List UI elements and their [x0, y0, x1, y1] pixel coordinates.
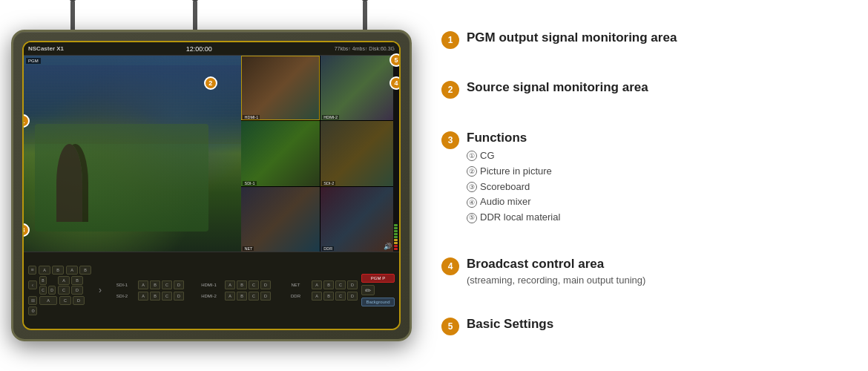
- background-button[interactable]: Background: [361, 298, 395, 306]
- matrix-btns-hdmi2: A B C D: [225, 292, 271, 301]
- meter-bar-green4: [394, 227, 398, 229]
- sdi1-a[interactable]: A: [138, 280, 148, 289]
- btn-a4[interactable]: A: [39, 296, 57, 305]
- sub-item-audio: ④Audio mixer: [467, 194, 857, 210]
- time-display: 12:00:00: [186, 45, 212, 53]
- sdi1-c[interactable]: C: [162, 280, 172, 289]
- ddr-b[interactable]: B: [323, 292, 334, 301]
- ab-buttons: A B: [39, 266, 64, 275]
- hdmi2-b[interactable]: B: [237, 292, 247, 301]
- btn-a3[interactable]: A: [58, 276, 70, 285]
- bot-row-btns: A: [39, 296, 57, 305]
- sub-num-5: ⑤: [467, 213, 477, 223]
- btn-c3[interactable]: C: [59, 296, 71, 305]
- matrix-btns-ddr: A B C D: [312, 292, 358, 301]
- matrix-label-ddr: DDR: [283, 294, 309, 298]
- info-text-2: Source signal monitoring area: [467, 79, 857, 96]
- source-cell-ddr[interactable]: DDR: [320, 187, 399, 252]
- screen: NSCaster X1 12:00:00 77kbs↑ 4mbs↑ Disk:6…: [24, 42, 399, 252]
- info-text-3: Functions ①CG ②Picture in picture ③Score…: [467, 130, 857, 226]
- source-cell-sdi2[interactable]: SDI-2: [320, 121, 399, 186]
- matrix-btns-sdi1: A B C D: [138, 280, 184, 289]
- btn-c2[interactable]: C: [58, 286, 70, 295]
- info-text-5: Basic Settings: [467, 316, 857, 332]
- info-item-1: 1 PGM output signal monitoring area: [441, 30, 857, 49]
- sdi2-a[interactable]: A: [138, 292, 148, 301]
- btn-a1[interactable]: A: [39, 266, 50, 275]
- source-row-1: HDMI-1 HDMI-2: [241, 56, 399, 120]
- info-title-5: Basic Settings: [467, 316, 857, 332]
- btn-d2[interactable]: D: [71, 286, 83, 295]
- meter-bar-yellow1: [394, 242, 398, 244]
- edit-button[interactable]: ✏: [361, 285, 375, 295]
- btn-a2[interactable]: A: [66, 266, 78, 275]
- pgm-p-button[interactable]: PGM P: [361, 274, 395, 283]
- net-a[interactable]: A: [312, 280, 322, 289]
- hdmi2-c[interactable]: C: [249, 292, 259, 301]
- info-item-3: 3 Functions ①CG ②Picture in picture ③Sco…: [441, 130, 857, 226]
- menu-icon[interactable]: ≡: [28, 266, 36, 275]
- btn-d3[interactable]: D: [73, 296, 85, 305]
- side-buttons: PGM P ✏ Background: [361, 274, 395, 306]
- source-row-3: NET DDR: [241, 187, 399, 252]
- meter-bar-green1: [394, 236, 398, 238]
- btn-b3[interactable]: B: [39, 276, 47, 285]
- btn-d1[interactable]: D: [48, 286, 56, 295]
- left-mid-row: ‹ B C D: [28, 276, 91, 295]
- source-cell-sdi1[interactable]: SDI-1: [241, 121, 320, 186]
- source-cell-hdmi2[interactable]: HDMI-2: [320, 56, 399, 120]
- ab-row1: A B: [39, 266, 64, 275]
- info-item-5: 5 Basic Settings: [441, 316, 857, 335]
- sdi2-c[interactable]: C: [162, 292, 172, 301]
- brand-text: NSCaster X1: [28, 45, 64, 52]
- status-text: 77kbs↑ 4mbs↑ Disk:60.3G: [335, 46, 395, 51]
- badge-5: 5: [389, 53, 401, 67]
- device: 1 2 3 4 5 NSCaster X1 12:00:00 77kbs↑ 4m…: [11, 30, 412, 341]
- sdi2-b[interactable]: B: [150, 292, 160, 301]
- info-badge-2: 2: [441, 81, 459, 99]
- hdmi2-a[interactable]: A: [225, 292, 235, 301]
- ddr-d[interactable]: D: [347, 292, 358, 301]
- net-c[interactable]: C: [335, 280, 346, 289]
- ab-buttons2: A B: [66, 266, 91, 275]
- net-b[interactable]: B: [323, 280, 334, 289]
- ddr-a[interactable]: A: [312, 292, 322, 301]
- hdmi1-a[interactable]: A: [225, 280, 235, 289]
- hdmi1-c[interactable]: C: [249, 280, 259, 289]
- info-sub-4: (streaming, recording, main output tunin…: [467, 275, 857, 286]
- sub-item-cg: ①CG: [467, 148, 857, 164]
- source-cell-net[interactable]: NET: [241, 187, 320, 252]
- hdmi1-d[interactable]: D: [260, 280, 271, 289]
- btn-b2[interactable]: B: [79, 266, 91, 275]
- ab-col2-row1: A B: [58, 276, 83, 285]
- info-title-2: Source signal monitoring area: [467, 79, 857, 96]
- sdi2-d[interactable]: D: [174, 292, 184, 301]
- info-badge-3: 3: [441, 131, 459, 149]
- hdmi2-d[interactable]: D: [260, 292, 271, 301]
- settings-icon[interactable]: ⚙: [28, 306, 37, 315]
- cell-label-sdi1: SDI-1: [243, 181, 256, 186]
- info-title-1: PGM output signal monitoring area: [467, 30, 857, 46]
- pgm-label: PGM: [26, 58, 41, 64]
- btn-b1[interactable]: B: [52, 266, 64, 275]
- arrow-icon[interactable]: ‹: [28, 280, 37, 289]
- matrix-label-sdi1: SDI-1: [109, 283, 135, 287]
- sdi1-d[interactable]: D: [174, 280, 184, 289]
- btn-b4[interactable]: B: [71, 276, 83, 285]
- center-right-arrow: ›: [99, 285, 102, 295]
- bot-cd-row1: C D: [59, 296, 85, 305]
- info-badge-5: 5: [441, 318, 459, 335]
- ab-col2-row2: C D: [58, 286, 83, 295]
- bcd-col: B C D: [39, 276, 56, 295]
- eq-icon[interactable]: ⊞: [28, 296, 37, 305]
- sdi1-b[interactable]: B: [150, 280, 160, 289]
- info-title-4: Broadcast control area: [467, 256, 857, 272]
- source-cell-hdmi1[interactable]: HDMI-1: [241, 56, 320, 120]
- hdmi1-b[interactable]: B: [237, 280, 247, 289]
- ddr-c[interactable]: C: [335, 292, 346, 301]
- info-text-1: PGM output signal monitoring area: [467, 30, 857, 46]
- info-panel: 1 PGM output signal monitoring area 2 So…: [441, 22, 857, 349]
- btn-c1[interactable]: C: [39, 286, 47, 295]
- center-arrow-wrapper: ›: [94, 285, 106, 295]
- net-d[interactable]: D: [347, 280, 358, 289]
